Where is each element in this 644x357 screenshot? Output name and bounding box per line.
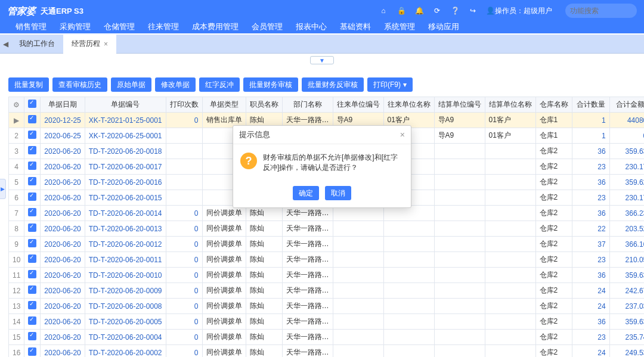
row-checkbox[interactable] xyxy=(28,208,36,216)
brand-product: 天通ERP S3 xyxy=(41,6,83,17)
table-row[interactable]: 8 2020-06-20TD-T-2020-06-20-0013 0同价调拨单陈… xyxy=(9,221,645,237)
col-wid[interactable]: 往来单位编号 xyxy=(333,97,383,113)
col-qty[interactable]: 合计数量 xyxy=(572,97,609,113)
row-checkbox[interactable] xyxy=(28,254,36,263)
dialog-message: 财务审核后的单据不允许[单据修改]和[红字反冲]操作，请确认是否进行？ xyxy=(263,153,404,173)
row-checkbox[interactable] xyxy=(28,239,36,247)
table-row[interactable]: 10 2020-06-20TD-T-2020-06-20-0011 0同价调拨单… xyxy=(9,252,645,268)
toolbar: 批量复制 查看审核历史 原始单据 修改单据 红字反冲 批量财务审核 批量财务反审… xyxy=(8,77,636,92)
col-wname[interactable]: 往来单位名称 xyxy=(383,97,434,113)
menu-item[interactable]: 移动应用 xyxy=(428,19,459,35)
col-dept[interactable]: 部门名称 xyxy=(282,97,333,113)
batch-copy-button[interactable]: 批量复制 xyxy=(8,77,49,92)
col-emp[interactable]: 职员名称 xyxy=(246,97,282,113)
tab[interactable]: 经营历程× xyxy=(63,35,116,54)
col-sname[interactable]: 结算单位名称 xyxy=(485,97,535,113)
row-checkbox[interactable] xyxy=(28,270,36,278)
lock-icon[interactable]: 🔒 xyxy=(397,6,406,15)
table-row[interactable]: 16 2020-06-20TD-T-2020-06-20-0002 0同价调拨单… xyxy=(9,345,645,358)
bell-icon[interactable]: 🔔 xyxy=(414,6,424,15)
row-checkbox[interactable] xyxy=(28,301,36,309)
menu-item[interactable]: 会员管理 xyxy=(252,19,283,35)
table-row[interactable]: 13 2020-06-20TD-T-2020-06-20-0008 0同价调拨单… xyxy=(9,299,645,314)
table-row[interactable]: 9 2020-06-20TD-T-2020-06-20-0012 0同价调拨单陈… xyxy=(9,237,645,252)
row-checkbox[interactable] xyxy=(28,193,36,201)
menu-item[interactable]: 仓储管理 xyxy=(104,19,135,35)
red-reverse-button[interactable]: 红字反冲 xyxy=(199,77,240,92)
table-row[interactable]: 15 2020-06-20TD-T-2020-06-20-0004 0同价调拨单… xyxy=(9,330,645,345)
row-checkbox[interactable] xyxy=(28,131,36,139)
brand-logo: 管家婆 xyxy=(7,5,36,18)
dialog-cancel-button[interactable]: 取消 xyxy=(325,186,351,200)
question-icon: ? xyxy=(240,153,257,169)
close-icon[interactable]: × xyxy=(400,130,405,139)
fin-unaudit-button[interactable]: 批量财务反审核 xyxy=(302,77,364,92)
row-checkbox[interactable] xyxy=(28,223,36,232)
tab-prev-icon[interactable]: ◀ xyxy=(0,40,11,48)
table-row[interactable]: 12 2020-06-20TD-T-2020-06-20-0009 0同价调拨单… xyxy=(9,283,645,299)
row-checkbox[interactable] xyxy=(28,115,36,123)
chevron-down-icon: ▾ xyxy=(403,80,407,89)
col-wh[interactable]: 仓库名称 xyxy=(535,97,572,113)
row-checkbox[interactable] xyxy=(28,285,36,294)
operator-label[interactable]: 👤操作员：超级用户 xyxy=(486,6,552,16)
modify-button[interactable]: 修改单据 xyxy=(155,77,196,92)
table-row[interactable]: 14 2020-06-20TD-T-2020-06-20-0005 0同价调拨单… xyxy=(9,314,645,330)
refresh-icon[interactable]: ⟳ xyxy=(432,6,442,15)
col-date[interactable]: 单据日期 xyxy=(41,97,85,113)
help-icon[interactable]: ❔ xyxy=(450,6,460,15)
panel-collapse-icon[interactable]: ▼ xyxy=(310,56,334,64)
tabbar: ◀ 我的工作台经营历程× xyxy=(0,35,644,54)
fin-audit-button[interactable]: 批量财务审核 xyxy=(243,77,298,92)
col-amt[interactable]: 合计金额 xyxy=(609,97,644,113)
tab[interactable]: 我的工作台 xyxy=(11,35,63,54)
row-checkbox[interactable] xyxy=(28,347,36,356)
menu-item[interactable]: 往来管理 xyxy=(148,19,179,35)
table-row[interactable]: 11 2020-06-20TD-T-2020-06-20-0010 0同价调拨单… xyxy=(9,268,645,283)
col-print[interactable]: 打印次数 xyxy=(166,97,202,113)
col-code[interactable]: 单据编号 xyxy=(85,97,166,113)
row-checkbox[interactable] xyxy=(28,162,36,170)
confirm-dialog: 提示信息 × ? 财务审核后的单据不允许[单据修改]和[红字反冲]操作，请确认是… xyxy=(233,125,411,208)
col-sid[interactable]: 结算单位编号 xyxy=(434,97,485,113)
col-type[interactable]: 单据类型 xyxy=(202,97,246,113)
tab-close-icon[interactable]: × xyxy=(104,40,108,48)
audit-history-button[interactable]: 查看审核历史 xyxy=(52,77,107,92)
menu-item[interactable]: 销售管理 xyxy=(16,19,47,35)
dialog-title: 提示信息 xyxy=(239,129,270,140)
search-input[interactable] xyxy=(570,7,644,15)
print-button[interactable]: 打印(F9) ▾ xyxy=(367,77,413,92)
dialog-ok-button[interactable]: 确定 xyxy=(293,186,319,200)
search-box[interactable]: 🔍 xyxy=(565,4,637,18)
row-checkbox[interactable] xyxy=(28,316,36,325)
logout-icon[interactable]: ↪ xyxy=(468,6,478,15)
menu-item[interactable]: 系统管理 xyxy=(384,19,415,35)
home-icon[interactable]: ⌂ xyxy=(379,6,388,15)
row-checkbox[interactable] xyxy=(28,332,36,340)
row-checkbox[interactable] xyxy=(28,146,36,154)
orig-doc-button[interactable]: 原始单据 xyxy=(111,77,151,92)
menu-item[interactable]: 成本费用管理 xyxy=(192,19,239,35)
menu-item[interactable]: 采购管理 xyxy=(60,19,91,35)
check-all[interactable] xyxy=(28,100,36,108)
row-checkbox[interactable] xyxy=(28,177,36,185)
gear-icon[interactable]: ⚙ xyxy=(13,101,20,109)
menu-item[interactable]: 报表中心 xyxy=(296,19,327,35)
menubar: 销售管理采购管理仓储管理往来管理成本费用管理会员管理报表中心基础资料系统管理移动… xyxy=(16,19,644,35)
side-expand-icon[interactable]: ▶ xyxy=(0,179,6,199)
menu-item[interactable]: 基础资料 xyxy=(340,19,371,35)
